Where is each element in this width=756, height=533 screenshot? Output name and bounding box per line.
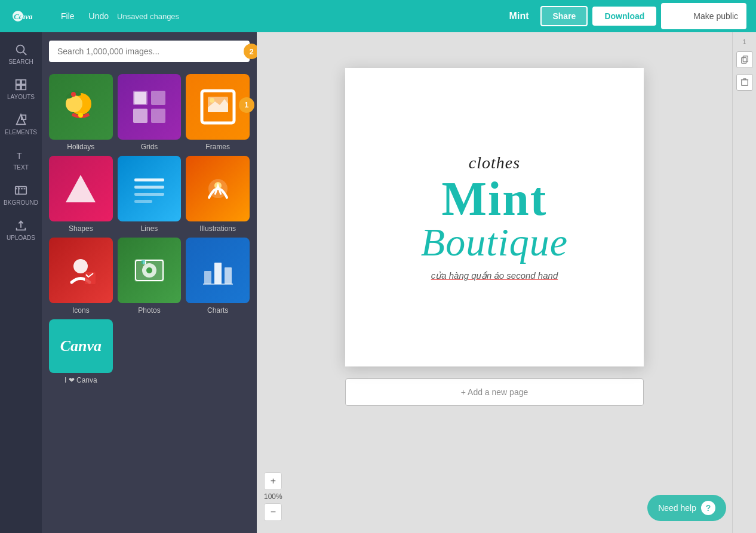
svg-rect-22 xyxy=(134,92,146,104)
download-button[interactable]: Download xyxy=(592,7,656,26)
canvas-text-sub: cửa hàng quần áo second hand xyxy=(431,270,558,281)
tile-shapes-thumb xyxy=(49,156,113,221)
svg-line-4 xyxy=(23,52,26,55)
top-menu: File Undo Unsaved changes xyxy=(55,8,493,24)
tile-holidays-label: Holidays xyxy=(67,143,94,151)
canvas-text-boutique: Boutique xyxy=(421,223,568,262)
tile-holidays-thumb xyxy=(49,74,113,140)
tile-canva-thumb: Canva xyxy=(49,319,113,373)
tile-photos[interactable]: Photos xyxy=(118,238,182,315)
topnav-right-actions: Mint Share Download Make public xyxy=(502,3,746,29)
tile-illustrations-thumb xyxy=(186,156,250,221)
right-sidebar: 1 xyxy=(732,32,756,533)
canva-logo[interactable]: Ca nva xyxy=(10,5,45,27)
tile-icons-thumb xyxy=(49,238,113,303)
tile-lines-thumb xyxy=(118,156,182,221)
right-action-2[interactable] xyxy=(736,74,753,91)
tile-icons-label: Icons xyxy=(72,306,90,315)
svg-point-37 xyxy=(146,267,152,273)
main-area: SEARCH LAYOUTS ELEMENTS T TEXT xyxy=(0,32,756,533)
canvas-text-mint: Mint xyxy=(442,175,548,223)
tile-illustrations[interactable]: Illustrations xyxy=(186,156,250,233)
sidebar-item-text[interactable]: T TEXT xyxy=(2,144,39,175)
sidebar-item-elements[interactable]: ELEMENTS xyxy=(2,109,39,140)
tile-charts-thumb xyxy=(186,238,250,303)
sidebar-label-text: TEXT xyxy=(13,164,29,171)
sidebar: SEARCH LAYOUTS ELEMENTS T TEXT xyxy=(0,32,42,533)
tile-lines-label: Lines xyxy=(141,224,158,233)
svg-rect-19 xyxy=(151,91,165,105)
need-help-button[interactable]: Need help ? xyxy=(647,495,726,521)
sidebar-item-background[interactable]: BKGROUND xyxy=(2,179,39,211)
canvas-page[interactable]: clothes Mint Boutique cửa hàng quần áo s… xyxy=(345,68,644,366)
search-bar-wrap: 2 xyxy=(49,41,250,62)
zoom-plus-button[interactable]: + xyxy=(264,472,282,490)
svg-point-14 xyxy=(78,113,83,118)
undo-menu[interactable]: Undo xyxy=(83,8,115,24)
sidebar-item-search[interactable]: SEARCH xyxy=(2,38,39,70)
svg-rect-5 xyxy=(16,80,20,84)
annotation-arrow-2: 2 xyxy=(244,44,257,59)
sidebar-item-layouts[interactable]: LAYOUTS xyxy=(2,73,39,105)
tile-illustrations-label: Illustrations xyxy=(199,224,236,233)
svg-rect-44 xyxy=(743,56,748,62)
tile-photos-label: Photos xyxy=(138,306,160,315)
top-navigation: Ca nva File Undo Unsaved changes Mint Sh… xyxy=(0,0,756,32)
svg-rect-40 xyxy=(214,263,222,284)
canvas-area: clothes Mint Boutique cửa hàng quần áo s… xyxy=(257,32,732,533)
zoom-level: 100% xyxy=(264,492,282,501)
tile-frames[interactable]: Frames 1 xyxy=(186,74,250,151)
sidebar-label-background: BKGROUND xyxy=(4,199,38,206)
make-public-button[interactable]: Make public xyxy=(661,3,746,29)
unsaved-indicator: Unsaved changes xyxy=(117,12,179,21)
svg-rect-21 xyxy=(151,109,165,123)
svg-rect-8 xyxy=(21,85,26,90)
sidebar-label-layouts: LAYOUTS xyxy=(7,94,35,100)
need-help-label: Need help xyxy=(658,503,696,513)
tile-shapes-label: Shapes xyxy=(69,224,93,233)
right-action-1[interactable] xyxy=(736,51,753,68)
tile-canva[interactable]: Canva I ❤ Canva xyxy=(49,319,113,384)
sidebar-label-search: SEARCH xyxy=(8,58,33,65)
tile-shapes[interactable]: Shapes xyxy=(49,156,113,233)
tile-charts-label: Charts xyxy=(207,306,228,315)
svg-rect-11 xyxy=(16,187,26,195)
tile-charts[interactable]: Charts xyxy=(186,238,250,315)
tile-icons[interactable]: Icons xyxy=(49,238,113,315)
svg-point-3 xyxy=(17,45,24,53)
svg-text:T: T xyxy=(17,151,22,161)
share-button[interactable]: Share xyxy=(540,6,588,26)
sidebar-label-elements: ELEMENTS xyxy=(5,129,37,135)
tile-grids[interactable]: Grids xyxy=(118,74,182,151)
page-number: 1 xyxy=(742,38,746,45)
tile-frames-label: Frames xyxy=(205,143,230,151)
annotation-badge-1: 1 xyxy=(239,97,254,113)
tile-grids-label: Grids xyxy=(141,143,158,151)
tile-lines[interactable]: Lines xyxy=(118,156,182,233)
svg-rect-6 xyxy=(21,80,26,84)
tile-holidays[interactable]: Holidays xyxy=(49,74,113,151)
svg-rect-39 xyxy=(204,271,211,284)
avatar xyxy=(669,7,689,26)
svg-rect-43 xyxy=(741,58,746,64)
zoom-controls: + 100% − xyxy=(264,472,282,521)
search-input[interactable] xyxy=(49,41,250,62)
elements-grid: Holidays Grids xyxy=(49,74,250,384)
help-icon: ? xyxy=(701,501,715,515)
sidebar-item-uploads[interactable]: UPLOADS xyxy=(2,214,39,246)
svg-point-25 xyxy=(210,98,214,103)
svg-rect-28 xyxy=(134,193,164,196)
add-page-button[interactable]: + Add a new page xyxy=(345,378,644,406)
svg-rect-20 xyxy=(133,109,147,123)
mint-button[interactable]: Mint xyxy=(502,7,536,25)
svg-point-32 xyxy=(73,259,88,273)
elements-panel: 2 xyxy=(42,32,257,533)
svg-point-17 xyxy=(71,92,76,97)
svg-rect-27 xyxy=(134,186,164,189)
tile-grids-thumb xyxy=(118,74,182,140)
canva-brand-text: Canva xyxy=(60,337,102,355)
file-menu[interactable]: File xyxy=(55,8,81,24)
tile-canva-label: I ❤ Canva xyxy=(64,376,97,384)
svg-rect-45 xyxy=(741,80,748,86)
zoom-minus-button[interactable]: − xyxy=(264,503,282,521)
